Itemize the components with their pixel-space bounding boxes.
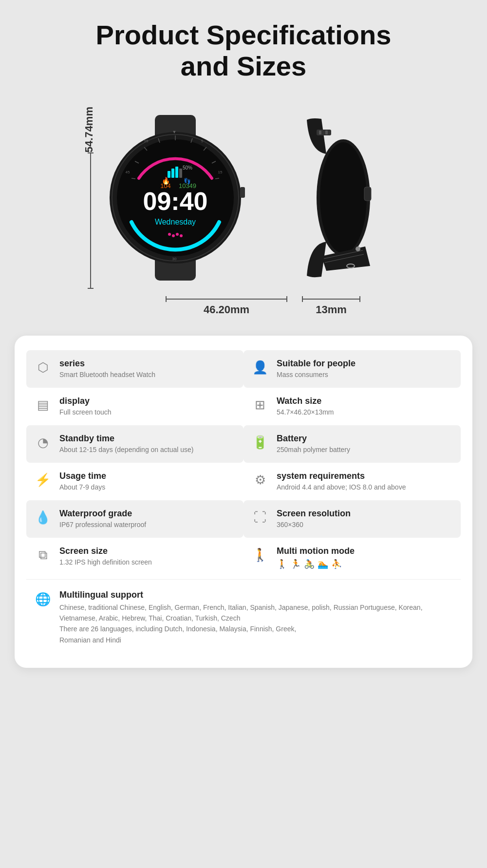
battery-value: 250mah polymer battery bbox=[277, 445, 350, 455]
svg-point-44 bbox=[356, 246, 360, 251]
spec-cell-multilingual: 🌐 Multilingual support Chinese, traditio… bbox=[26, 582, 461, 653]
usage-value: About 7-9 days bbox=[59, 483, 106, 492]
spec-cell-resolution: ⛶ Screen resolution 360×360 bbox=[244, 500, 461, 538]
suitable-title: Suitable for people bbox=[277, 358, 356, 369]
watch-front-svg: 09:40 Wednesday 104 10349 50% 🔥 👣 bbox=[102, 115, 248, 281]
multilingual-value: Chinese, traditional Chinese, English, G… bbox=[59, 602, 454, 646]
watch-side-svg bbox=[268, 115, 404, 281]
spec-cell-watchsize: ⊞ Watch size 54.7×46.20×13mm bbox=[244, 388, 461, 425]
watchsize-title: Watch size bbox=[277, 396, 334, 407]
svg-text:50%: 50% bbox=[183, 165, 192, 170]
svg-point-19 bbox=[180, 234, 183, 237]
display-value: Full screen touch bbox=[59, 408, 112, 417]
motion-icon-4: 🏊 bbox=[318, 559, 328, 569]
spec-row-3: ⚡ Usage time About 7-9 days ⚙ system req… bbox=[26, 463, 461, 500]
divider bbox=[26, 579, 461, 580]
depth-dimension: 13mm bbox=[302, 299, 360, 316]
spec-cell-suitable: 👤 Suitable for people Mass consumers bbox=[244, 350, 461, 388]
system-title: system requirements bbox=[277, 471, 406, 482]
svg-rect-36 bbox=[317, 130, 331, 135]
watch-diagram: 54.74mm 09:40 bbox=[15, 102, 472, 289]
svg-point-18 bbox=[176, 233, 179, 236]
svg-text:55: 55 bbox=[144, 139, 149, 143]
svg-rect-41 bbox=[364, 187, 371, 201]
spec-cell-system: ⚙ system requirements Android 4.4 and ab… bbox=[244, 463, 461, 500]
waterproof-icon: 💧 bbox=[33, 508, 53, 528]
spec-row-0: ⬡ series Smart Bluetooth headset Watch 👤… bbox=[26, 350, 461, 388]
motion-icon-3: 🚴 bbox=[304, 559, 315, 569]
svg-rect-37 bbox=[319, 131, 321, 134]
battery-icon: 🔋 bbox=[250, 433, 270, 453]
battery-title: Battery bbox=[277, 433, 350, 444]
usage-title: Usage time bbox=[59, 471, 106, 482]
specs-card: ⬡ series Smart Bluetooth headset Watch 👤… bbox=[15, 336, 472, 668]
spec-row-2: ◔ Standby time About 12-15 days (dependi… bbox=[26, 425, 461, 463]
resolution-icon: ⛶ bbox=[250, 508, 270, 528]
series-value: Smart Bluetooth headset Watch bbox=[59, 370, 155, 380]
watchsize-value: 54.7×46.20×13mm bbox=[277, 408, 334, 417]
spec-cell-usage: ⚡ Usage time About 7-9 days bbox=[26, 463, 244, 500]
spec-cell-motion: 🚶 Multi motion mode 🚶 🏃 🚴 🏊 ⛹ bbox=[244, 538, 461, 577]
svg-text:15: 15 bbox=[218, 170, 223, 174]
screensize-title: Screen size bbox=[59, 546, 152, 557]
usage-icon: ⚡ bbox=[33, 471, 53, 490]
svg-point-40 bbox=[320, 142, 367, 253]
watchsize-icon: ⊞ bbox=[250, 396, 270, 415]
svg-text:5: 5 bbox=[201, 139, 204, 143]
svg-text:30: 30 bbox=[172, 257, 177, 261]
svg-point-17 bbox=[172, 234, 175, 237]
spec-cell-series: ⬡ series Smart Bluetooth headset Watch bbox=[26, 350, 244, 388]
motion-icons-row: 🚶 🏃 🚴 🏊 ⛹ bbox=[277, 559, 355, 569]
standby-title: Standby time bbox=[59, 433, 194, 444]
svg-text:45: 45 bbox=[126, 170, 130, 174]
waterproof-title: Waterproof grade bbox=[59, 508, 146, 519]
svg-text:🔥: 🔥 bbox=[162, 177, 170, 185]
suitable-value: Mass consumers bbox=[277, 370, 356, 380]
spec-row-1: ▤ display Full screen touch ⊞ Watch size… bbox=[26, 388, 461, 425]
standby-icon: ◔ bbox=[33, 433, 53, 453]
series-icon: ⬡ bbox=[33, 358, 53, 377]
page-wrapper: Product Specifications and Sizes 54.74mm bbox=[0, 0, 487, 697]
waterproof-value: IP67 professional waterproof bbox=[59, 520, 146, 530]
motion-title: Multi motion mode bbox=[277, 546, 355, 557]
screensize-icon: ⧉ bbox=[33, 546, 53, 565]
system-value: Android 4.4 and above; IOS 8.0 and above bbox=[277, 483, 406, 492]
globe-icon: 🌐 bbox=[33, 589, 53, 609]
resolution-value: 360×360 bbox=[277, 520, 351, 530]
series-title: series bbox=[59, 358, 155, 369]
svg-text:Wednesday: Wednesday bbox=[155, 218, 196, 226]
width-line bbox=[166, 299, 287, 300]
svg-rect-35 bbox=[240, 187, 245, 198]
svg-text:▼: ▼ bbox=[172, 130, 177, 134]
width-dimension: 46.20mm bbox=[166, 299, 287, 316]
svg-rect-12 bbox=[179, 169, 182, 178]
spec-row-5: ⧉ Screen size 1.32 IPS high definition s… bbox=[26, 538, 461, 577]
spec-cell-display: ▤ display Full screen touch bbox=[26, 388, 244, 425]
spec-cell-battery: 🔋 Battery 250mah polymer battery bbox=[244, 425, 461, 463]
svg-point-16 bbox=[168, 233, 171, 236]
multilingual-title: Multilingual support bbox=[59, 589, 454, 601]
svg-rect-10 bbox=[171, 169, 174, 178]
display-icon: ▤ bbox=[33, 396, 53, 415]
spec-row-4: 💧 Waterproof grade IP67 professional wat… bbox=[26, 500, 461, 538]
front-view-container: 54.74mm 09:40 bbox=[83, 107, 248, 289]
svg-line-28 bbox=[131, 178, 135, 179]
system-icon: ⚙ bbox=[250, 471, 270, 490]
motion-icon: 🚶 bbox=[250, 546, 270, 565]
motion-icon-2: 🏃 bbox=[290, 559, 301, 569]
depth-label: 13mm bbox=[316, 303, 347, 316]
spec-cell-standby: ◔ Standby time About 12-15 days (dependi… bbox=[26, 425, 244, 463]
display-title: display bbox=[59, 396, 112, 407]
svg-rect-38 bbox=[325, 131, 328, 134]
resolution-title: Screen resolution bbox=[277, 508, 351, 519]
person-icon: 👤 bbox=[250, 358, 270, 377]
spec-cell-waterproof: 💧 Waterproof grade IP67 professional wat… bbox=[26, 500, 244, 538]
standby-value: About 12-15 days (depending on actual us… bbox=[59, 445, 194, 455]
page-title: Product Specifications and Sizes bbox=[15, 19, 472, 82]
height-line bbox=[90, 152, 91, 289]
depth-line bbox=[302, 299, 360, 300]
screensize-value: 1.32 IPS high definition screen bbox=[59, 558, 152, 567]
svg-text:09:40: 09:40 bbox=[143, 187, 208, 215]
svg-rect-11 bbox=[175, 167, 178, 178]
svg-text:👣: 👣 bbox=[184, 177, 191, 185]
